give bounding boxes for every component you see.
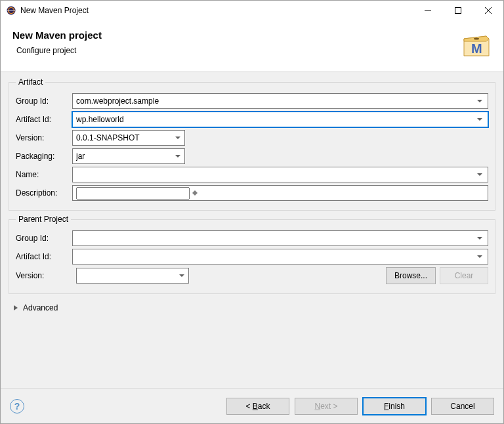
parent-artifact-id-input[interactable] xyxy=(72,249,488,265)
chevron-down-icon xyxy=(475,237,484,240)
window-controls xyxy=(413,1,503,20)
browse-button[interactable]: Browse... xyxy=(386,267,436,284)
wizard-button-bar: ? < Back Next > Finish Cancel xyxy=(1,388,503,423)
maximize-button[interactable] xyxy=(443,1,473,20)
cancel-button[interactable]: Cancel xyxy=(431,398,494,415)
artifact-fieldset: Artifact Group Id: Artifact Id: Version: xyxy=(9,77,495,211)
finish-button[interactable]: Finish xyxy=(363,398,426,415)
name-label: Name: xyxy=(16,170,72,179)
group-id-input[interactable] xyxy=(72,93,488,109)
packaging-label: Packaging: xyxy=(16,152,72,161)
parent-artifact-id-label: Artifact Id: xyxy=(16,252,72,261)
maven-wizard-icon: M xyxy=(460,30,492,61)
svg-rect-3 xyxy=(455,8,461,14)
description-input[interactable] xyxy=(72,185,488,201)
wizard-header: New Maven project Configure project M xyxy=(1,20,503,72)
back-button[interactable]: < Back xyxy=(226,398,289,415)
artifact-legend: Artifact xyxy=(16,77,45,87)
name-input[interactable] xyxy=(72,167,488,182)
parent-group-id-label: Group Id: xyxy=(16,234,72,243)
parent-fieldset: Parent Project Group Id: Artifact Id: Ve… xyxy=(9,215,495,294)
parent-version-input[interactable] xyxy=(76,268,189,284)
titlebar: New Maven Project xyxy=(1,1,503,20)
artifact-id-input[interactable] xyxy=(72,112,488,127)
spinner-icon[interactable] xyxy=(190,190,200,196)
advanced-label: Advanced xyxy=(23,303,58,312)
advanced-toggle[interactable]: Advanced xyxy=(9,298,495,318)
group-id-label: Group Id: xyxy=(16,96,72,106)
name-text[interactable] xyxy=(76,167,475,182)
packaging-input[interactable] xyxy=(72,148,185,164)
chevron-down-icon xyxy=(175,155,181,158)
eclipse-icon xyxy=(6,5,16,16)
version-input[interactable] xyxy=(72,130,185,146)
next-button: Next > xyxy=(295,398,358,415)
chevron-down-icon xyxy=(475,255,484,259)
chevron-down-icon xyxy=(178,274,185,278)
wizard-subtitle: Configure project xyxy=(16,46,453,55)
artifact-id-label: Artifact Id: xyxy=(16,115,72,124)
version-text[interactable] xyxy=(76,131,175,145)
svg-point-6 xyxy=(474,38,479,40)
parent-version-label: Version: xyxy=(16,271,72,280)
packaging-text[interactable] xyxy=(76,149,175,163)
help-icon[interactable]: ? xyxy=(10,399,24,413)
description-label: Description: xyxy=(16,188,72,198)
svg-text:M: M xyxy=(471,41,482,56)
description-text[interactable] xyxy=(76,187,190,200)
close-button[interactable] xyxy=(473,1,503,20)
minimize-button[interactable] xyxy=(413,1,443,20)
wizard-title: New Maven project xyxy=(12,30,453,41)
parent-group-id-text[interactable] xyxy=(76,231,475,245)
parent-artifact-id-text[interactable] xyxy=(76,249,475,264)
artifact-id-text[interactable] xyxy=(76,112,475,127)
window-title: New Maven Project xyxy=(20,6,413,15)
chevron-down-icon xyxy=(475,100,484,103)
clear-button[interactable]: Clear xyxy=(440,267,488,284)
group-id-text[interactable] xyxy=(76,94,475,108)
parent-group-id-input[interactable] xyxy=(72,230,488,246)
chevron-down-icon xyxy=(475,173,484,177)
form-area: Artifact Group Id: Artifact Id: Version: xyxy=(1,72,503,388)
triangle-right-icon xyxy=(12,305,19,311)
chevron-down-icon xyxy=(475,118,484,121)
version-label: Version: xyxy=(16,133,72,142)
parent-version-text[interactable] xyxy=(80,268,178,283)
chevron-down-icon xyxy=(175,137,181,140)
parent-legend: Parent Project xyxy=(16,215,71,224)
